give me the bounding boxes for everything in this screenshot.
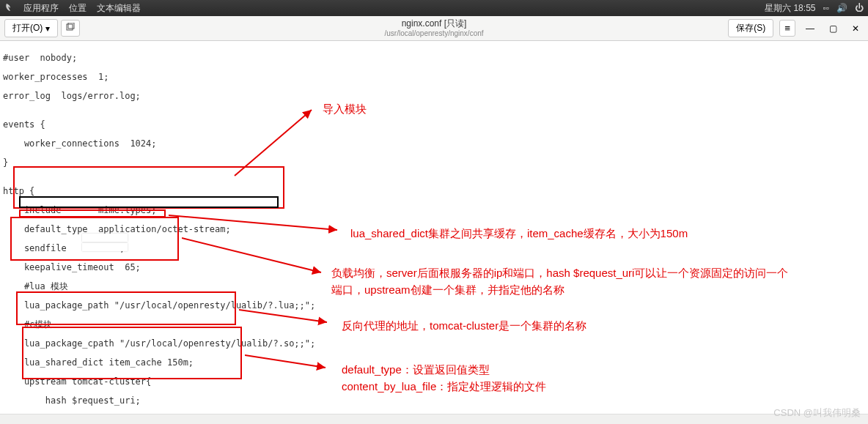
code-line: error_log logs/error.log;	[3, 92, 868, 101]
redaction	[82, 234, 128, 242]
svg-rect-1	[68, 23, 74, 29]
status-bar	[0, 414, 868, 424]
code-line: worker_processes 1;	[3, 72, 868, 82]
code-line: sendfile on;	[3, 244, 868, 253]
annotation-proxy-pass: 反向代理的地址，tomcat-cluster是一个集群的名称	[342, 318, 586, 335]
window-title: nginx.conf [只读] /usr/local/openresty/ngi…	[384, 19, 483, 37]
close-button[interactable]: ✕	[847, 23, 864, 34]
maximize-button[interactable]: ▢	[825, 23, 842, 34]
code-line: lua_package_cpath "/usr/local/openresty/…	[3, 339, 868, 349]
annotation-upstream: 负载均衡，server后面根服务器的ip和端口，hash $request_ur…	[331, 265, 859, 298]
redaction	[82, 243, 128, 251]
menu-applications[interactable]: 应用程序	[23, 2, 59, 15]
volume-icon[interactable]: 🔊	[836, 3, 847, 13]
watermark: CSDN @叫我伟明桑	[773, 406, 861, 420]
window-titlebar: 打开(O)▾ nginx.conf [只读] /usr/local/openre…	[0, 16, 868, 41]
minimize-button[interactable]: —	[801, 23, 819, 34]
clock: 星期六 18:55	[765, 2, 815, 15]
code-line: include mime.types;	[3, 206, 868, 215]
annotation-shared-dict: lua_shared_dict集群之间共享缓存，item_cache缓存名，大小…	[350, 226, 688, 242]
code-line: lua_package_path "/usr/local/openresty/l…	[3, 301, 868, 310]
code-line: worker_connections 1024;	[3, 139, 868, 149]
annotation-default-type: default_type：设置返回值类型 content_by_lua_file…	[342, 362, 546, 395]
code-line: http {	[3, 187, 868, 196]
menu-texteditor[interactable]: 文本编辑器	[97, 2, 141, 15]
code-line: events {	[3, 120, 868, 130]
open-button[interactable]: 打开(O)▾	[4, 19, 58, 37]
new-tab-button[interactable]	[61, 20, 80, 37]
svg-rect-0	[67, 24, 73, 30]
save-button[interactable]: 保存(S)	[728, 19, 773, 37]
code-line: hash $request_uri;	[3, 396, 868, 406]
system-topbar: 应用程序 位置 文本编辑器 星期六 18:55 ▫▫ 🔊 ⏻	[0, 0, 868, 16]
annotation-import-module: 导入模块	[323, 101, 367, 118]
menu-places[interactable]: 位置	[69, 2, 87, 15]
code-line: #user nobody;	[3, 53, 868, 63]
chevron-down-icon: ▾	[45, 23, 50, 34]
network-icon[interactable]: ▫▫	[823, 3, 829, 13]
power-icon[interactable]: ⏻	[855, 3, 864, 13]
foot-icon	[4, 3, 13, 14]
hamburger-menu-button[interactable]: ≡	[779, 20, 795, 37]
code-line: }	[3, 158, 868, 168]
